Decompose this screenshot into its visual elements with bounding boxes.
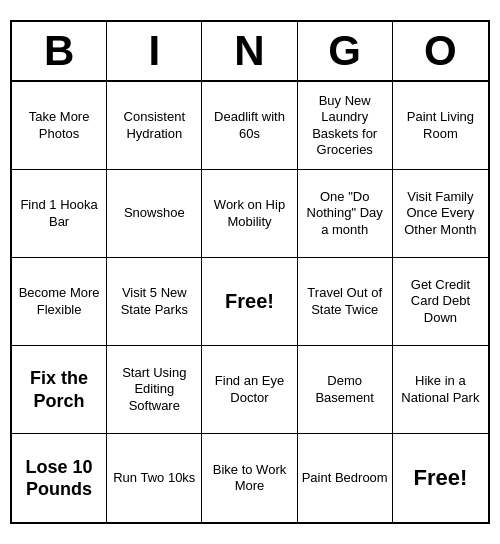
bingo-letter-o: O: [393, 22, 488, 80]
bingo-cell-18: Demo Basement: [298, 346, 393, 434]
bingo-cell-17: Find an Eye Doctor: [202, 346, 297, 434]
bingo-cell-22: Bike to Work More: [202, 434, 297, 522]
bingo-cell-4: Paint Living Room: [393, 82, 488, 170]
bingo-grid: Take More PhotosConsistent HydrationDead…: [12, 82, 488, 522]
bingo-cell-10: Become More Flexible: [12, 258, 107, 346]
bingo-cell-5: Find 1 Hooka Bar: [12, 170, 107, 258]
bingo-cell-8: One "Do Nothing" Day a month: [298, 170, 393, 258]
bingo-card: BINGO Take More PhotosConsistent Hydrati…: [10, 20, 490, 524]
bingo-cell-6: Snowshoe: [107, 170, 202, 258]
bingo-cell-14: Get Credit Card Debt Down: [393, 258, 488, 346]
bingo-header: BINGO: [12, 22, 488, 82]
bingo-letter-b: B: [12, 22, 107, 80]
bingo-cell-11: Visit 5 New State Parks: [107, 258, 202, 346]
bingo-letter-g: G: [298, 22, 393, 80]
bingo-cell-9: Visit Family Once Every Other Month: [393, 170, 488, 258]
bingo-cell-12: Free!: [202, 258, 297, 346]
bingo-letter-n: N: [202, 22, 297, 80]
bingo-cell-1: Consistent Hydration: [107, 82, 202, 170]
bingo-cell-20: Lose 10 Pounds: [12, 434, 107, 522]
bingo-cell-15: Fix the Porch: [12, 346, 107, 434]
bingo-cell-16: Start Using Editing Software: [107, 346, 202, 434]
bingo-cell-13: Travel Out of State Twice: [298, 258, 393, 346]
bingo-letter-i: I: [107, 22, 202, 80]
bingo-cell-24: Free!: [393, 434, 488, 522]
bingo-cell-2: Deadlift with 60s: [202, 82, 297, 170]
bingo-cell-3: Buy New Laundry Baskets for Groceries: [298, 82, 393, 170]
bingo-cell-21: Run Two 10ks: [107, 434, 202, 522]
bingo-cell-0: Take More Photos: [12, 82, 107, 170]
bingo-cell-7: Work on Hip Mobility: [202, 170, 297, 258]
bingo-cell-23: Paint Bedroom: [298, 434, 393, 522]
bingo-cell-19: Hike in a National Park: [393, 346, 488, 434]
